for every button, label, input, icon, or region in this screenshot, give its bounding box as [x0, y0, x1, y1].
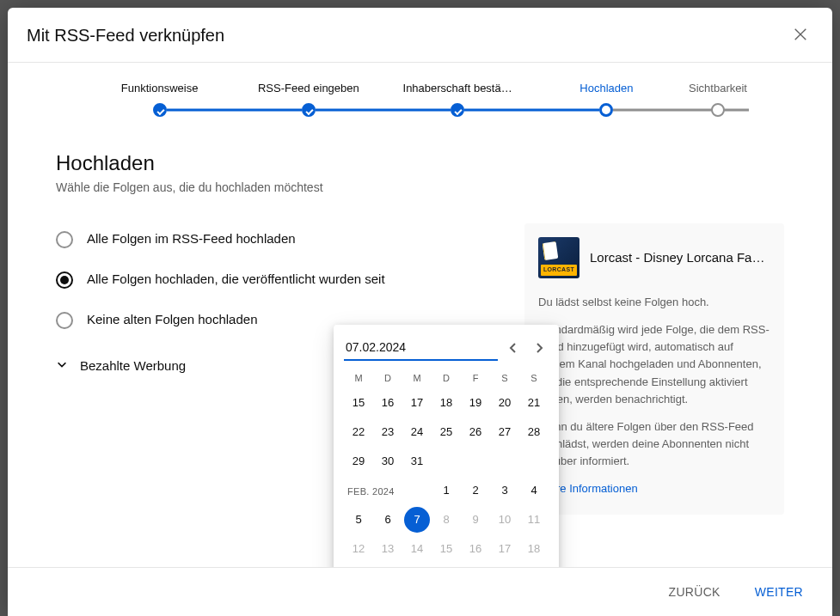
step-dot	[451, 103, 464, 117]
calendar-day-prev[interactable]: 27	[492, 419, 518, 445]
section-subtitle: Wähle die Folgen aus, die du hochladen m…	[56, 180, 784, 194]
info-card: LORCAST Lorcast - Disney Lorcana Fan-… D…	[524, 223, 784, 515]
calendar-day-prev[interactable]: 25	[433, 419, 459, 445]
calendar-day-prev[interactable]: 22	[346, 419, 371, 445]
calendar-day[interactable]: 9	[463, 507, 488, 533]
calendar-weekday: S	[490, 368, 519, 387]
calendar-day[interactable]: 18	[521, 536, 547, 562]
podcast-thumbnail: LORCAST	[538, 237, 579, 278]
calendar-day[interactable]: 11	[521, 507, 547, 533]
section-title: Hochladen	[56, 151, 784, 175]
calendar-day[interactable]: 24	[492, 565, 518, 567]
step-label: Inhaberschaft bestä…	[383, 82, 532, 95]
step-4: Sichtbarkeit	[681, 82, 755, 117]
calendar-weekday: M	[344, 368, 373, 387]
calendar-day[interactable]: 21	[404, 565, 430, 567]
chevron-down-icon	[56, 358, 68, 373]
calendar-day-prev[interactable]: 28	[521, 419, 547, 445]
date-input[interactable]	[344, 337, 498, 361]
chevron-left-icon	[508, 343, 518, 356]
calendar-day[interactable]: 25	[521, 565, 547, 567]
calendar-day-prev[interactable]: 24	[404, 419, 430, 445]
info-text: Wenn du ältere Folgen über den RSS-Feed …	[538, 418, 770, 470]
calendar-day[interactable]: 1	[433, 478, 459, 503]
calendar-day[interactable]: 17	[492, 536, 518, 562]
modal-title: Mit RSS-Feed verknüpfen	[27, 26, 224, 46]
radio-upload-since[interactable]: Alle Folgen hochladen, die veröffentlich…	[56, 264, 490, 304]
step-label: Funktionsweise	[85, 82, 234, 95]
back-button[interactable]: ZURÜCK	[664, 578, 726, 606]
calendar-day[interactable]: 4	[521, 478, 547, 503]
calendar-weekday: M	[402, 368, 432, 387]
modal-footer: ZURÜCK WEITER	[8, 567, 832, 616]
calendar-day[interactable]: 13	[375, 536, 401, 562]
modal-body[interactable]: FunktionsweiseRSS-Feed eingebenInhabersc…	[8, 63, 832, 567]
calendar-day[interactable]: 5	[346, 507, 371, 533]
info-text: Du lädst selbst keine Folgen hoch.	[538, 294, 770, 311]
calendar-day-prev[interactable]: 21	[521, 390, 547, 416]
step-dot	[711, 103, 725, 117]
calendar-day[interactable]: 19	[346, 565, 371, 567]
stepper: FunktionsweiseRSS-Feed eingebenInhabersc…	[8, 63, 832, 117]
calendar-day-prev[interactable]: 23	[375, 419, 401, 445]
calendar-day[interactable]: 12	[346, 536, 371, 562]
calendar-day[interactable]: 10	[492, 507, 518, 533]
radio-upload-all[interactable]: Alle Folgen im RSS-Feed hochladen	[56, 223, 490, 264]
step-label: RSS-Feed eingeben	[234, 82, 383, 95]
calendar-weekday: F	[461, 368, 490, 387]
step-label: Sichtbarkeit	[681, 82, 755, 95]
step-1: RSS-Feed eingeben	[234, 82, 383, 117]
next-button[interactable]: WEITER	[750, 578, 808, 606]
chevron-right-icon	[534, 343, 544, 356]
calendar-day-prev[interactable]: 31	[404, 448, 430, 474]
calendar-day[interactable]: 8	[433, 507, 459, 533]
calendar-day-prev[interactable]: 30	[375, 448, 401, 474]
step-dot	[153, 103, 167, 117]
calendar-day[interactable]: 20	[375, 565, 401, 567]
rss-link-modal: Mit RSS-Feed verknüpfen FunktionsweiseRS…	[8, 8, 832, 616]
calendar-day[interactable]: 15	[433, 536, 459, 562]
calendar-day-prev[interactable]: 26	[463, 419, 488, 445]
radio-label: Alle Folgen im RSS-Feed hochladen	[87, 230, 296, 247]
podcast-title: Lorcast - Disney Lorcana Fan-…	[590, 247, 770, 267]
thumb-label: LORCAST	[541, 265, 577, 276]
radio-icon	[56, 231, 73, 248]
expander-label: Bezahlte Werbung	[80, 358, 186, 373]
calendar-weekday: D	[373, 368, 402, 387]
calendar-day[interactable]: 22	[433, 565, 459, 567]
next-month-button[interactable]	[529, 338, 549, 361]
calendar-day[interactable]: 16	[463, 536, 488, 562]
close-icon	[793, 32, 808, 45]
calendar-day-prev[interactable]: 19	[463, 390, 488, 416]
date-picker-popover: MDMDFSS151617181920212223242526272829303…	[334, 325, 559, 567]
modal-header: Mit RSS-Feed verknüpfen	[8, 8, 832, 63]
prev-month-button[interactable]	[503, 338, 524, 361]
calendar-day-prev[interactable]: 16	[375, 390, 401, 416]
calendar-day-prev[interactable]: 29	[346, 448, 371, 474]
step-2: Inhaberschaft bestä…	[383, 82, 532, 117]
calendar-day-prev[interactable]: 15	[346, 390, 371, 416]
calendar-weekday: D	[432, 368, 461, 387]
info-text: Standardmäßig wird jede Folge, die dem R…	[538, 321, 770, 408]
step-dot	[302, 103, 316, 117]
step-0: Funktionsweise	[85, 82, 234, 117]
close-button[interactable]	[788, 21, 813, 50]
info-column: LORCAST Lorcast - Disney Lorcana Fan-… D…	[524, 223, 784, 515]
radio-icon	[56, 312, 73, 329]
calendar-day[interactable]: 23	[463, 565, 488, 567]
calendar-day[interactable]: 3	[492, 478, 518, 503]
calendar-day-prev[interactable]: 17	[404, 390, 430, 416]
step-label: Hochladen	[532, 82, 681, 95]
radio-label: Keine alten Folgen hochladen	[87, 311, 258, 328]
calendar-day[interactable]: 7	[404, 507, 430, 533]
radio-icon	[56, 271, 73, 289]
step-dot	[599, 103, 613, 117]
radio-label: Alle Folgen hochladen, die veröffentlich…	[87, 271, 385, 288]
calendar-day[interactable]: 6	[375, 507, 401, 533]
calendar-weekday: S	[519, 368, 549, 387]
calendar-grid: MDMDFSS151617181920212223242526272829303…	[344, 368, 549, 567]
calendar-day[interactable]: 2	[463, 478, 488, 503]
calendar-day-prev[interactable]: 18	[433, 390, 459, 416]
calendar-day-prev[interactable]: 20	[492, 390, 518, 416]
calendar-day[interactable]: 14	[404, 536, 430, 562]
